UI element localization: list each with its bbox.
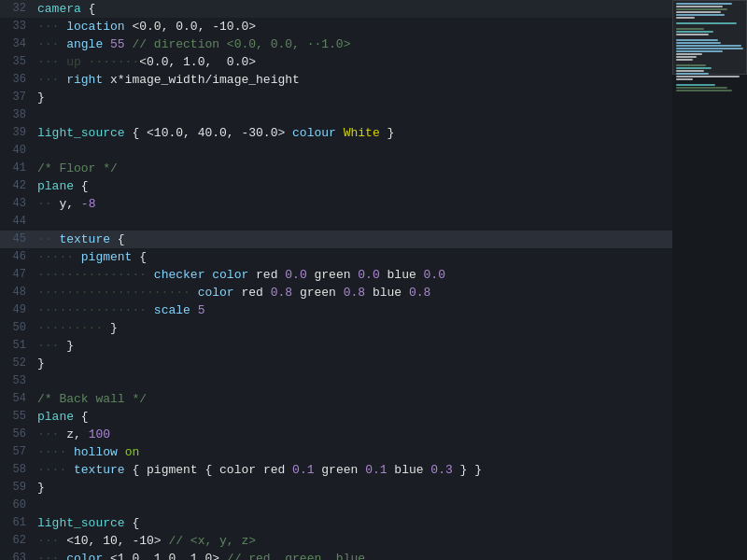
line-number: 62 (0, 532, 34, 550)
line-content: camera { (34, 0, 672, 18)
line-number: 39 (0, 124, 34, 142)
line-number: 49 (0, 301, 34, 319)
line-content: } (34, 89, 672, 106)
code-line: 41/* Floor */ (0, 160, 672, 177)
line-number: 46 (0, 248, 34, 266)
minimap-line (676, 87, 727, 89)
line-number: 43 (0, 195, 34, 213)
minimap-line (676, 90, 732, 91)
line-number: 33 (0, 18, 34, 35)
code-line: 46····· pigment { (0, 248, 672, 266)
code-line: 53 (0, 372, 672, 390)
line-content (34, 372, 672, 390)
code-line: 62··· <10, 10, -10> // <x, y, z> (0, 532, 672, 550)
line-content: light_source { <10.0, 40.0, -30.0> colou… (34, 124, 672, 142)
line-content (34, 106, 672, 124)
line-content: ·· y, -8 (34, 195, 672, 213)
line-content: ··············· scale 5 (34, 301, 672, 319)
line-content: ··· z, 100 (34, 426, 672, 443)
line-number: 40 (0, 142, 34, 160)
minimap-line (676, 76, 740, 77)
line-number: 59 (0, 479, 34, 497)
code-line: 57···· hollow on (0, 443, 672, 461)
line-content (34, 142, 672, 160)
line-content: ··············· checker color red 0.0 gr… (34, 266, 672, 284)
code-editor[interactable]: 32camera {33··· location <0.0, 0.0, -10.… (0, 0, 672, 560)
line-number: 41 (0, 160, 34, 177)
line-content: ··· color <1.0, 1.0, 1.0> // red, green,… (34, 550, 672, 560)
code-line: 36··· right x*image_width/image_height (0, 71, 672, 89)
line-content: /* Floor */ (34, 160, 672, 177)
line-content: plane { (34, 177, 672, 195)
line-number: 51 (0, 337, 34, 355)
code-line: 38 (0, 106, 672, 124)
line-number: 54 (0, 390, 34, 408)
minimap (672, 0, 747, 560)
line-number: 56 (0, 426, 34, 443)
code-line: 44 (0, 213, 672, 231)
line-content: ········· } (34, 319, 672, 337)
code-line: 33··· location <0.0, 0.0, -10.0> (0, 18, 672, 35)
line-content: ··· angle 55 // direction <0.0, 0.0, ··1… (34, 35, 672, 53)
code-line: 49··············· scale 5 (0, 301, 672, 319)
code-line: 52} (0, 355, 672, 372)
line-number: 45 (0, 231, 34, 248)
line-number: 44 (0, 213, 34, 231)
line-number: 61 (0, 514, 34, 532)
code-line: 45·· texture { (0, 231, 672, 248)
minimap-line (676, 84, 715, 86)
line-number: 50 (0, 319, 34, 337)
code-line: 54/* Back wall */ (0, 390, 672, 408)
code-line: 43·· y, -8 (0, 195, 672, 213)
code-line: 63··· color <1.0, 1.0, 1.0> // red, gree… (0, 550, 672, 560)
code-line: 51··· } (0, 337, 672, 355)
line-content: light_source { (34, 514, 672, 532)
minimap-viewport[interactable] (672, 0, 747, 75)
line-number: 38 (0, 106, 34, 124)
line-content: plane { (34, 408, 672, 426)
code-line: 50········· } (0, 319, 672, 337)
code-line: 59} (0, 479, 672, 497)
code-line: 61light_source { (0, 514, 672, 532)
code-line: 58···· texture { pigment { color red 0.1… (0, 461, 672, 479)
line-content: ···· texture { pigment { color red 0.1 g… (34, 461, 672, 479)
line-content: ··· right x*image_width/image_height (34, 71, 672, 89)
code-line: 32camera { (0, 0, 672, 18)
line-content: ··· up ·······<0.0, 1.0, 0.0> (34, 53, 672, 71)
line-content: ··· } (34, 337, 672, 355)
line-number: 35 (0, 53, 34, 71)
code-line: 34··· angle 55 // direction <0.0, 0.0, ·… (0, 35, 672, 53)
line-number: 47 (0, 266, 34, 284)
line-content (34, 497, 672, 514)
line-number: 52 (0, 355, 34, 372)
code-line: 40 (0, 142, 672, 160)
line-number: 42 (0, 177, 34, 195)
line-content: ··· location <0.0, 0.0, -10.0> (34, 18, 672, 35)
code-line: 55plane { (0, 408, 672, 426)
line-number: 36 (0, 71, 34, 89)
code-line: 60 (0, 497, 672, 514)
line-number: 37 (0, 89, 34, 106)
line-number: 34 (0, 35, 34, 53)
code-line: 42plane { (0, 177, 672, 195)
line-number: 32 (0, 0, 34, 18)
line-number: 53 (0, 372, 34, 390)
code-line: 39light_source { <10.0, 40.0, -30.0> col… (0, 124, 672, 142)
minimap-line (676, 78, 693, 80)
line-content: ·· texture { (34, 231, 672, 248)
line-content: ··· <10, 10, -10> // <x, y, z> (34, 532, 672, 550)
code-line: 56··· z, 100 (0, 426, 672, 443)
code-line: 47··············· checker color red 0.0 … (0, 266, 672, 284)
code-line: 37} (0, 89, 672, 106)
line-content: } (34, 479, 672, 497)
line-content: ····················· color red 0.8 gree… (34, 284, 672, 301)
line-content: ···· hollow on (34, 443, 672, 461)
line-number: 57 (0, 443, 34, 461)
line-number: 58 (0, 461, 34, 479)
line-number: 60 (0, 497, 34, 514)
line-content: ····· pigment { (34, 248, 672, 266)
line-number: 63 (0, 550, 34, 560)
line-content: /* Back wall */ (34, 390, 672, 408)
line-content: } (34, 355, 672, 372)
line-content (34, 213, 672, 231)
